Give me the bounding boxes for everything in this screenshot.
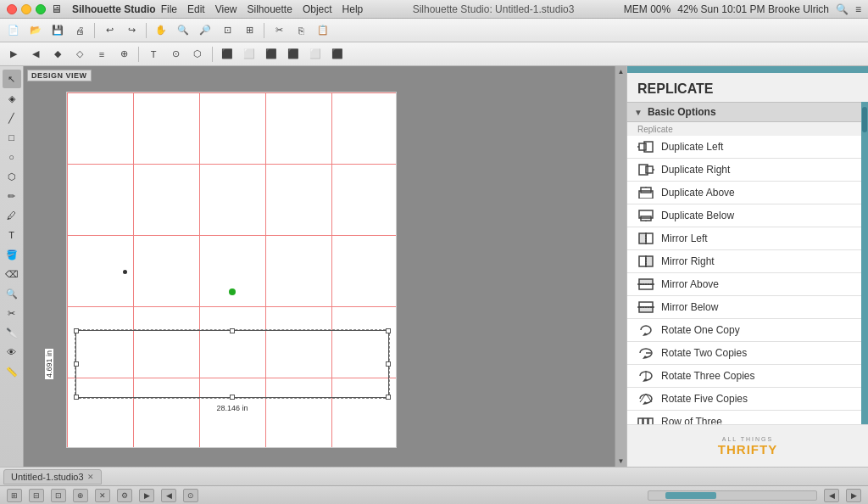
eraser-tool[interactable]: ⌫ <box>3 265 21 283</box>
rect-tool[interactable]: □ <box>3 128 21 147</box>
scroll-right-btn[interactable]: ▶ <box>846 489 861 502</box>
mirror-right-item[interactable]: Mirror Right <box>627 250 861 273</box>
text-tool[interactable]: T <box>3 226 21 244</box>
handle-mr[interactable] <box>386 361 391 367</box>
status-btn-2[interactable]: ⊟ <box>29 489 44 502</box>
duplicate-right-item[interactable]: Duplicate Right <box>627 159 861 182</box>
handle-tm[interactable] <box>230 328 235 333</box>
handle-tl[interactable] <box>74 328 79 333</box>
align-top[interactable]: ⬛ <box>283 45 303 64</box>
duplicate-left-item[interactable]: Duplicate Left <box>627 136 861 159</box>
scroll-up-btn[interactable]: ▲ <box>618 68 625 76</box>
duplicate-below-item[interactable]: Duplicate Below <box>627 204 861 227</box>
tb2-2[interactable]: ◀ <box>25 45 46 64</box>
undo-btn[interactable]: ↩ <box>99 21 120 40</box>
line-tool[interactable]: ╱ <box>3 109 21 127</box>
ellipse-tool[interactable]: ○ <box>3 148 21 166</box>
rotate-one-copy-item[interactable]: Rotate One Copy <box>627 319 861 342</box>
cut-btn[interactable]: ✂ <box>269 21 289 40</box>
tb2-5[interactable]: ≡ <box>92 45 112 64</box>
eye-tool[interactable]: 👁 <box>3 343 21 361</box>
status-btn-5[interactable]: ✕ <box>95 489 110 502</box>
zoom-all-btn[interactable]: ⊞ <box>239 21 259 40</box>
close-button[interactable] <box>7 4 17 14</box>
measure-tool[interactable]: 📏 <box>3 362 21 381</box>
menu-help[interactable]: Help <box>342 3 364 15</box>
h-scrollbar[interactable] <box>648 490 817 501</box>
tb2-3[interactable]: ◆ <box>47 45 68 64</box>
menu-view[interactable]: View <box>215 3 237 15</box>
copy-btn[interactable]: ⎘ <box>291 21 311 40</box>
handle-br[interactable] <box>386 395 391 400</box>
pencil-tool[interactable]: ✏ <box>3 187 21 205</box>
status-btn-3[interactable]: ⊡ <box>51 489 66 502</box>
tab-close-btn[interactable]: ✕ <box>87 473 94 481</box>
menu-edit[interactable]: Edit <box>187 3 205 15</box>
canvas-scroll-right[interactable]: ▲ ▼ <box>615 66 626 467</box>
menu-silhouette[interactable]: Silhouette <box>248 3 292 15</box>
menu-object[interactable]: Object <box>303 3 332 15</box>
status-btn-9[interactable]: ⊙ <box>183 489 198 502</box>
rotation-handle[interactable] <box>229 288 236 295</box>
handle-bl[interactable] <box>74 395 79 400</box>
knife-tool[interactable]: 🔪 <box>3 323 21 342</box>
rotate-two-copies-item[interactable]: Rotate Two Copies <box>627 342 861 365</box>
polygon-tool[interactable]: ⬡ <box>3 167 21 186</box>
tb2-6[interactable]: ⊕ <box>114 45 134 64</box>
search-icon[interactable]: 🔍 <box>836 3 849 15</box>
h-scrollbar-thumb[interactable] <box>665 492 716 499</box>
row-of-three-item[interactable]: Row of Three <box>627 411 861 424</box>
redo-btn[interactable]: ↪ <box>121 21 142 40</box>
status-btn-1[interactable]: ⊞ <box>7 489 22 502</box>
rotate-five-copies-item[interactable]: Rotate Five Copies <box>627 388 861 411</box>
right-panel-scrollbar[interactable] <box>861 102 868 424</box>
maximize-button[interactable] <box>36 4 46 14</box>
zoom-fit-btn[interactable]: ⊡ <box>217 21 237 40</box>
new-btn[interactable]: 📄 <box>3 21 24 40</box>
select-tool[interactable]: ↖ <box>3 70 21 88</box>
zoom-out-btn[interactable]: 🔎 <box>195 21 215 40</box>
status-btn-7[interactable]: ▶ <box>139 489 154 502</box>
align-center[interactable]: ⬜ <box>239 45 259 64</box>
align-left[interactable]: ⬛ <box>217 45 237 64</box>
basic-options-header[interactable]: ▼ Basic Options <box>627 102 861 122</box>
status-btn-6[interactable]: ⚙ <box>117 489 132 502</box>
status-btn-8[interactable]: ◀ <box>161 489 176 502</box>
scrollbar-thumb[interactable] <box>862 107 867 132</box>
menu-icon[interactable]: ≡ <box>855 3 861 15</box>
paste-btn[interactable]: 📋 <box>313 21 333 40</box>
handle-bm[interactable] <box>230 395 235 400</box>
canvas-area[interactable]: DESIGN VIEW 4.691 in 28.146 in <box>24 66 626 467</box>
mirror-below-item[interactable]: Mirror Below <box>627 296 861 319</box>
align-bottom[interactable]: ⬛ <box>327 45 348 64</box>
align-middle[interactable]: ⬜ <box>305 45 326 64</box>
print-btn[interactable]: 🖨 <box>70 21 90 40</box>
zoom-tool[interactable]: 🔍 <box>3 284 21 303</box>
menu-file[interactable]: File <box>161 3 177 15</box>
mirror-left-item[interactable]: Mirror Left <box>627 227 861 250</box>
tb2-9[interactable]: ⬡ <box>187 45 208 64</box>
scroll-down-btn[interactable]: ▼ <box>618 457 625 465</box>
tab-untitled[interactable]: Untitled-1.studio3 ✕ <box>3 469 102 484</box>
tb2-7[interactable]: T <box>143 45 164 64</box>
open-btn[interactable]: 📂 <box>25 21 46 40</box>
align-right[interactable]: ⬛ <box>261 45 281 64</box>
zoom-in-btn[interactable]: 🔍 <box>173 21 193 40</box>
rotate-three-copies-item[interactable]: Rotate Three Copies <box>627 365 861 388</box>
tb2-1[interactable]: ▶ <box>3 45 24 64</box>
node-tool[interactable]: ◈ <box>3 89 21 108</box>
status-btn-4[interactable]: ⊕ <box>73 489 88 502</box>
hand-btn[interactable]: ✋ <box>151 21 171 40</box>
pen-tool[interactable]: 🖊 <box>3 206 21 225</box>
duplicate-above-item[interactable]: Duplicate Above <box>627 182 861 204</box>
fill-tool[interactable]: 🪣 <box>3 245 21 264</box>
handle-ml[interactable] <box>74 361 79 367</box>
minimize-button[interactable] <box>21 4 31 14</box>
handle-tr[interactable] <box>386 328 391 333</box>
selected-rect[interactable]: 4.691 in 28.146 in <box>75 330 389 398</box>
tb2-4[interactable]: ◇ <box>70 45 90 64</box>
mirror-above-item[interactable]: Mirror Above <box>627 273 861 296</box>
cut-tool[interactable]: ✂ <box>3 304 21 322</box>
scroll-left-btn[interactable]: ◀ <box>824 489 839 502</box>
save-btn[interactable]: 💾 <box>47 21 68 40</box>
